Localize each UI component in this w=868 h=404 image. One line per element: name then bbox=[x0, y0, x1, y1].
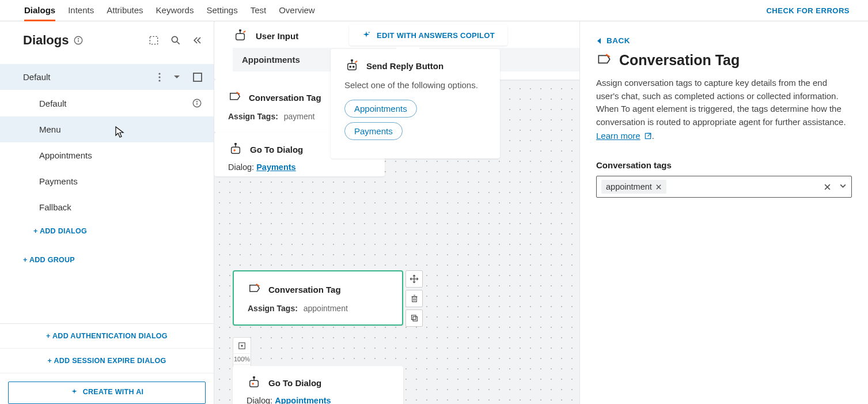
sidebar-item-label: Appointments bbox=[39, 150, 92, 160]
create-with-ai-label: CREATE WITH AI bbox=[83, 388, 144, 396]
add-session-expire-button[interactable]: + ADD SESSION EXPIRE DIALOG bbox=[0, 349, 214, 373]
duplicate-icon[interactable] bbox=[405, 309, 423, 327]
add-dialog-button[interactable]: + ADD DIALOG bbox=[0, 220, 214, 242]
panel-description: Assign conversation tags to capture key … bbox=[596, 77, 852, 129]
delete-icon[interactable] bbox=[405, 290, 423, 307]
conversation-tag-card-selected[interactable]: Conversation Tag Assign Tags: appointmen… bbox=[233, 270, 403, 326]
back-label: BACK bbox=[607, 36, 630, 45]
sidebar-item-label: Default bbox=[39, 99, 67, 108]
assign-tags-value: payment bbox=[284, 112, 315, 121]
sidebar-item-fallback[interactable]: Fallback bbox=[0, 194, 214, 220]
tag-icon bbox=[248, 283, 261, 296]
chip-appointments[interactable]: Appointments bbox=[344, 100, 417, 118]
add-auth-dialog-button[interactable]: + ADD AUTHENTICATION DIALOG bbox=[0, 324, 214, 349]
svg-point-12 bbox=[197, 101, 198, 102]
card-description: Select one of the following options. bbox=[344, 79, 486, 92]
sidebar-item-appointments[interactable]: Appointments bbox=[0, 142, 214, 168]
tag-chip-label: appointment bbox=[606, 182, 652, 191]
sidebar-item-label: Fallback bbox=[39, 202, 71, 212]
svg-point-4 bbox=[172, 36, 177, 42]
svg-point-32 bbox=[241, 345, 242, 346]
svg-point-21 bbox=[240, 29, 241, 31]
info-icon[interactable] bbox=[192, 98, 202, 108]
svg-rect-9 bbox=[194, 73, 202, 81]
assign-tags-label: Assign Tags: bbox=[248, 304, 298, 313]
tab-overview[interactable]: Overview bbox=[279, 1, 315, 21]
period: . bbox=[652, 131, 654, 141]
copilot-label: EDIT WITH ANSWERS COPILOT bbox=[377, 31, 495, 40]
sidebar-item-label: Menu bbox=[39, 124, 61, 134]
edit-copilot-button[interactable]: EDIT WITH ANSWERS COPILOT bbox=[349, 25, 507, 46]
move-icon[interactable] bbox=[405, 270, 423, 288]
svg-point-40 bbox=[235, 143, 237, 145]
tab-dialogs[interactable]: Dialogs bbox=[24, 1, 55, 21]
sidebar: Dialogs Default bbox=[0, 21, 214, 404]
back-button[interactable]: BACK bbox=[596, 36, 852, 45]
tab-attributes[interactable]: Attributes bbox=[107, 1, 143, 21]
tab-settings[interactable]: Settings bbox=[206, 1, 237, 21]
details-panel: BACK Conversation Tag Assign conversatio… bbox=[579, 21, 868, 404]
clear-icon[interactable] bbox=[824, 183, 831, 191]
remove-tag-icon[interactable] bbox=[655, 184, 662, 190]
svg-rect-29 bbox=[413, 317, 418, 322]
group-default[interactable]: Default bbox=[0, 64, 214, 90]
bot-icon bbox=[247, 376, 261, 389]
svg-point-2 bbox=[78, 39, 79, 39]
svg-rect-14 bbox=[348, 63, 357, 70]
select-all-icon[interactable] bbox=[148, 35, 160, 46]
checkbox-icon[interactable] bbox=[193, 73, 202, 82]
zoom-level: 100% bbox=[233, 354, 251, 365]
info-icon[interactable] bbox=[73, 35, 84, 46]
tag-icon bbox=[596, 53, 612, 68]
top-nav: Dialogs Intents Attributes Keywords Sett… bbox=[0, 0, 868, 21]
svg-rect-19 bbox=[236, 33, 245, 40]
create-with-ai-button[interactable]: CREATE WITH AI bbox=[8, 382, 206, 404]
svg-point-13 bbox=[369, 32, 370, 33]
node-actions bbox=[405, 270, 423, 327]
tags-label: Conversation tags bbox=[596, 160, 852, 170]
goto-label: Dialog: bbox=[228, 163, 254, 172]
assign-tags-value: appointment bbox=[304, 304, 348, 313]
send-reply-card[interactable]: Send Reply Button Select one of the foll… bbox=[331, 49, 500, 158]
svg-point-35 bbox=[253, 376, 255, 378]
svg-point-17 bbox=[350, 66, 351, 67]
tab-keywords[interactable]: Keywords bbox=[156, 1, 194, 21]
card-title: Conversation Tag bbox=[249, 93, 321, 103]
chip-payments[interactable]: Payments bbox=[344, 122, 403, 140]
panel-title: Conversation Tag bbox=[619, 52, 740, 69]
collapse-icon[interactable] bbox=[192, 35, 203, 46]
svg-rect-30 bbox=[411, 315, 416, 320]
sidebar-item-payments[interactable]: Payments bbox=[0, 168, 214, 194]
card-title: Send Reply Button bbox=[366, 61, 444, 71]
chevron-down-icon[interactable] bbox=[839, 183, 847, 191]
external-link-icon bbox=[644, 132, 652, 140]
sidebar-item-menu[interactable]: Menu bbox=[0, 116, 214, 142]
sparkle-icon bbox=[70, 388, 78, 396]
goto-value[interactable]: Appointments bbox=[275, 396, 331, 404]
learn-more-link[interactable]: Learn more bbox=[596, 131, 652, 141]
chevron-down-icon[interactable] bbox=[173, 75, 180, 80]
canvas[interactable]: EDIT WITH ANSWERS COPILOT Send Reply But… bbox=[214, 21, 579, 404]
add-group-button[interactable]: + ADD GROUP bbox=[0, 249, 214, 271]
card-title: Go To Dialog bbox=[268, 378, 321, 388]
top-nav-tabs: Dialogs Intents Attributes Keywords Sett… bbox=[7, 1, 315, 21]
tab-test[interactable]: Test bbox=[251, 1, 267, 21]
tags-input[interactable]: appointment bbox=[596, 176, 852, 198]
check-errors-button[interactable]: CHECK FOR ERRORS bbox=[766, 6, 861, 15]
tag-chip: appointment bbox=[601, 180, 666, 194]
svg-line-44 bbox=[647, 133, 650, 136]
bot-icon bbox=[233, 29, 248, 42]
search-icon[interactable] bbox=[170, 35, 181, 46]
sidebar-title: Dialogs bbox=[23, 33, 69, 48]
sidebar-item-default[interactable]: Default bbox=[0, 90, 214, 116]
more-icon[interactable] bbox=[158, 73, 161, 82]
goto-value[interactable]: Payments bbox=[256, 163, 296, 172]
card-title: Conversation Tag bbox=[268, 285, 341, 294]
goto-dialog-card[interactable]: Go To Dialog Dialog: Appointments bbox=[233, 366, 403, 404]
fit-icon[interactable] bbox=[233, 338, 251, 354]
svg-point-16 bbox=[351, 59, 353, 61]
svg-point-6 bbox=[158, 73, 160, 74]
tab-intents[interactable]: Intents bbox=[68, 1, 94, 21]
assign-tags-label: Assign Tags: bbox=[228, 112, 278, 121]
sidebar-item-label: Payments bbox=[39, 176, 78, 186]
